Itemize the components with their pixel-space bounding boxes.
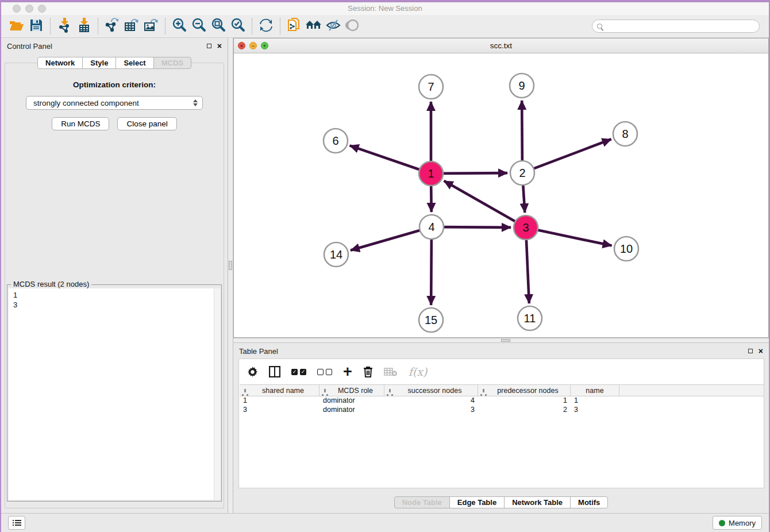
network-window-titlebar[interactable]: × − + scc.txt xyxy=(234,38,768,53)
table-settings-button[interactable] xyxy=(247,364,258,379)
column-header-name[interactable]: name xyxy=(571,385,619,396)
edge-4-14[interactable] xyxy=(351,230,422,250)
table-cell[interactable]: 1 xyxy=(240,396,319,406)
edge-3-10[interactable] xyxy=(536,230,612,246)
table-cell[interactable]: dominator xyxy=(319,406,384,415)
node-7[interactable]: 7 xyxy=(419,75,443,99)
open-session-button[interactable] xyxy=(7,17,26,36)
splitter-grip[interactable] xyxy=(229,261,232,270)
tab-network[interactable]: Network xyxy=(37,57,83,69)
table-row[interactable]: 1dominator411 xyxy=(240,396,764,406)
tab-mcds[interactable]: MCDS xyxy=(153,57,191,69)
close-panel-icon[interactable]: × xyxy=(217,42,222,50)
export-table-button[interactable] xyxy=(122,17,141,36)
show-task-history-button[interactable] xyxy=(8,516,25,530)
node-10[interactable]: 10 xyxy=(614,237,638,261)
hide-selected-button[interactable] xyxy=(324,17,343,36)
network-graph[interactable]: 7968124314101511 xyxy=(234,53,768,337)
delete-row-button[interactable] xyxy=(363,364,373,379)
run-mcds-button[interactable]: Run MCDS xyxy=(52,117,109,130)
deselect-all-rows-button[interactable] xyxy=(317,364,332,379)
node-4[interactable]: 4 xyxy=(419,215,444,239)
node-8[interactable]: 8 xyxy=(613,122,637,146)
tab-node-table[interactable]: Node Table xyxy=(394,496,450,508)
edge-1-6[interactable] xyxy=(350,145,422,170)
search-box[interactable] xyxy=(592,20,760,33)
table-cell[interactable]: 3 xyxy=(571,406,619,415)
refresh-view-button[interactable] xyxy=(256,17,276,36)
tab-network-table[interactable]: Network Table xyxy=(504,496,571,508)
edge-3-1[interactable] xyxy=(444,181,518,223)
node-15[interactable]: 15 xyxy=(419,308,443,332)
horizontal-splitter[interactable] xyxy=(233,338,769,343)
zoom-in-button[interactable] xyxy=(170,17,189,36)
edge-1-4[interactable] xyxy=(431,183,432,212)
zoom-out-button[interactable] xyxy=(189,17,209,36)
edge-1-2[interactable] xyxy=(441,173,507,174)
export-image-button[interactable] xyxy=(141,17,161,36)
edge-3-11[interactable] xyxy=(526,237,529,303)
add-row-button[interactable]: + xyxy=(343,364,352,379)
node-1[interactable]: 1 xyxy=(419,161,443,186)
network-canvas[interactable]: 7968124314101511 xyxy=(234,53,768,337)
search-input[interactable] xyxy=(606,21,759,32)
table-cell[interactable]: 2 xyxy=(478,406,571,415)
column-header-shared-name[interactable]: shared name xyxy=(240,385,319,396)
node-9[interactable]: 9 xyxy=(510,74,534,98)
edge-4-15[interactable] xyxy=(431,237,432,305)
mcds-result-text[interactable]: 13 xyxy=(9,288,220,500)
network-close-icon[interactable]: × xyxy=(238,42,245,49)
column-header-successor-nodes[interactable]: successor nodes xyxy=(384,385,478,396)
tab-style[interactable]: Style xyxy=(82,57,116,69)
table-cell[interactable]: 1 xyxy=(478,396,571,406)
column-header-predecessor-nodes[interactable]: predecessor nodes xyxy=(478,385,571,396)
clone-network-button[interactable] xyxy=(284,17,304,36)
float-table-panel-icon[interactable] xyxy=(748,349,753,353)
mcds-result-scrollbar[interactable] xyxy=(214,288,220,500)
table-cell[interactable]: 3 xyxy=(240,406,319,415)
table-cell[interactable]: 3 xyxy=(384,406,478,415)
save-session-button[interactable] xyxy=(26,17,46,36)
memory-button[interactable]: Memory xyxy=(713,516,762,530)
import-network-button[interactable] xyxy=(55,17,74,36)
zoom-selected-button[interactable] xyxy=(228,17,248,36)
export-network-button[interactable] xyxy=(102,17,122,36)
node-14[interactable]: 14 xyxy=(324,242,348,267)
optimization-criterion-select[interactable]: strongly connected component xyxy=(26,96,203,110)
table-cell[interactable]: 4 xyxy=(384,396,478,406)
edge-2-3[interactable] xyxy=(523,183,525,213)
first-neighbors-button[interactable] xyxy=(304,17,324,36)
node-11[interactable]: 11 xyxy=(518,306,542,330)
vertical-splitter[interactable] xyxy=(228,38,233,513)
apply-function-button[interactable]: f(x) xyxy=(409,364,428,379)
tab-edge-table[interactable]: Edge Table xyxy=(449,496,505,508)
network-minimize-icon[interactable]: − xyxy=(249,42,257,49)
minimize-window-icon[interactable] xyxy=(25,5,33,13)
column-header-MCDS-role[interactable]: MCDS role xyxy=(319,385,384,396)
delete-column-button[interactable] xyxy=(384,364,398,379)
table-cell[interactable]: 1 xyxy=(571,396,619,406)
close-table-panel-icon[interactable]: × xyxy=(759,347,763,355)
edge-2-9[interactable] xyxy=(522,101,522,163)
select-all-rows-button[interactable]: ✓ ✓ xyxy=(291,364,306,379)
node-3[interactable]: 3 xyxy=(514,215,538,240)
table-cell[interactable]: dominator xyxy=(319,396,384,406)
fit-content-button[interactable] xyxy=(209,17,228,36)
edge-2-8[interactable] xyxy=(532,139,611,169)
show-all-button[interactable] xyxy=(343,17,363,36)
maximize-window-icon[interactable] xyxy=(38,5,46,13)
close-panel-button[interactable]: Close panel xyxy=(117,117,176,130)
splitter-grip[interactable] xyxy=(501,339,510,342)
table-row[interactable]: 3dominator323 xyxy=(240,406,764,415)
node-6[interactable]: 6 xyxy=(324,129,348,153)
close-window-icon[interactable] xyxy=(13,5,21,13)
node-2[interactable]: 2 xyxy=(510,161,534,185)
edge-4-3[interactable] xyxy=(441,227,511,228)
tab-select[interactable]: Select xyxy=(116,57,153,69)
import-table-button[interactable] xyxy=(74,17,94,36)
split-columns-button[interactable] xyxy=(269,364,280,379)
window-controls[interactable] xyxy=(13,5,46,13)
float-panel-icon[interactable] xyxy=(207,44,211,48)
tab-motifs[interactable]: Motifs xyxy=(570,496,608,508)
network-maximize-icon[interactable]: + xyxy=(261,42,268,49)
